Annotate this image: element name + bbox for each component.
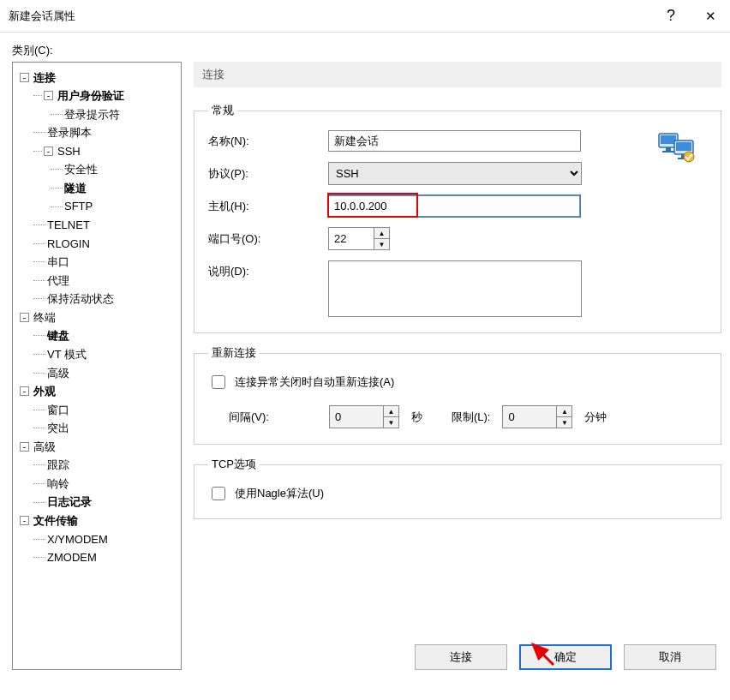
tree-toggle-icon[interactable]: - xyxy=(44,147,53,156)
host-input[interactable] xyxy=(328,195,580,217)
spin-down-icon[interactable]: ▼ xyxy=(557,417,571,428)
tree-node-trace[interactable]: 跟踪 xyxy=(16,456,177,475)
tree-node-xymodem[interactable]: X/YMODEM xyxy=(16,529,177,548)
tree-node-advanced[interactable]: -高级 xyxy=(16,437,177,456)
tree-toggle-icon[interactable]: - xyxy=(20,516,29,525)
svg-rect-2 xyxy=(666,147,671,151)
limit-input[interactable] xyxy=(503,406,556,428)
limit-label: 限制(L): xyxy=(452,410,491,425)
close-button[interactable]: ✕ xyxy=(691,0,730,33)
tree-node-bell[interactable]: 响铃 xyxy=(16,474,177,493)
tree-node-ssh-security[interactable]: 安全性 xyxy=(16,160,177,179)
spin-down-icon[interactable]: ▼ xyxy=(374,239,389,249)
help-button[interactable]: ? xyxy=(651,0,691,33)
connect-button[interactable]: 连接 xyxy=(415,644,507,670)
tree-label: X/YMODEM xyxy=(47,532,108,545)
tree-label: 用户身份验证 xyxy=(57,89,124,102)
tree-node-highlight[interactable]: 突出 xyxy=(16,419,177,438)
tree-node-file-transfer[interactable]: -文件传输 xyxy=(16,512,177,530)
svg-rect-3 xyxy=(662,151,674,153)
tree-node-connection[interactable]: -连接 xyxy=(16,68,177,87)
tree-node-log[interactable]: 日志记录 xyxy=(16,493,177,512)
auto-reconnect-label: 连接异常关闭时自动重新连接(A) xyxy=(235,374,394,390)
host-label: 主机(H): xyxy=(208,199,328,214)
tree-label: 跟踪 xyxy=(47,458,69,471)
tree-node-vt[interactable]: VT 模式 xyxy=(16,344,177,363)
tree-label: 响铃 xyxy=(47,476,69,489)
tree-label: 窗口 xyxy=(47,403,69,416)
description-textarea[interactable] xyxy=(328,260,582,317)
nagle-checkbox[interactable] xyxy=(212,487,225,500)
nagle-label: 使用Nagle算法(U) xyxy=(235,486,324,501)
auto-reconnect-checkbox[interactable] xyxy=(212,375,225,389)
tree-label: 安全性 xyxy=(64,163,98,176)
tree-label: 保持活动状态 xyxy=(47,292,114,305)
interval-input[interactable] xyxy=(330,406,383,428)
tree-label: TELNET xyxy=(47,218,90,231)
panel-heading: 连接 xyxy=(194,62,721,87)
spin-down-icon[interactable]: ▼ xyxy=(384,417,398,428)
tree-node-login-script[interactable]: 登录脚本 xyxy=(16,123,177,142)
tree-node-ssh[interactable]: -SSH xyxy=(16,141,177,160)
tree-node-proxy[interactable]: 代理 xyxy=(16,271,177,290)
tree-node-keepalive[interactable]: 保持活动状态 xyxy=(16,290,177,308)
session-icon xyxy=(657,130,698,167)
reconnect-legend: 重新连接 xyxy=(208,345,260,361)
cancel-button[interactable]: 取消 xyxy=(624,644,716,670)
tree-label: 登录脚本 xyxy=(47,126,92,139)
tree-node-login-prompt[interactable]: 登录提示符 xyxy=(16,105,177,123)
tree-label: 键盘 xyxy=(47,329,69,342)
general-legend: 常规 xyxy=(208,103,237,118)
tree-node-window[interactable]: 窗口 xyxy=(16,400,177,419)
svg-point-8 xyxy=(684,152,694,162)
tree-toggle-icon[interactable]: - xyxy=(20,313,29,322)
spin-up-icon[interactable]: ▲ xyxy=(384,406,398,417)
group-tcp: TCP选项 使用Nagle算法(U) xyxy=(194,457,721,519)
name-label: 名称(N): xyxy=(208,134,328,149)
tree-toggle-icon[interactable]: - xyxy=(20,386,29,396)
tree-label: 串口 xyxy=(47,255,69,268)
port-input[interactable] xyxy=(329,228,374,249)
spin-up-icon[interactable]: ▲ xyxy=(557,406,571,417)
tree-label: 终端 xyxy=(33,310,56,323)
dialog-footer: 连接 确定 取消 xyxy=(194,644,721,670)
desc-label: 说明(D): xyxy=(208,260,328,279)
limit-unit: 分钟 xyxy=(584,410,607,425)
tree-toggle-icon[interactable]: - xyxy=(44,91,53,100)
tree-node-ssh-tunnel[interactable]: 隧道 xyxy=(16,178,177,197)
tree-label: 代理 xyxy=(47,273,69,286)
tree-toggle-icon[interactable]: - xyxy=(20,442,29,452)
tree-node-zmodem[interactable]: ZMODEM xyxy=(16,548,177,567)
interval-label: 间隔(V): xyxy=(229,410,269,425)
window-title: 新建会话属性 xyxy=(9,9,75,24)
tree-label: 隧道 xyxy=(64,181,87,194)
tree-node-terminal[interactable]: -终端 xyxy=(16,308,177,326)
category-tree[interactable]: -连接-用户身份验证登录提示符登录脚本-SSH安全性隧道SFTPTELNETRL… xyxy=(12,62,182,670)
limit-spinner[interactable]: ▲▼ xyxy=(502,405,572,428)
name-input[interactable] xyxy=(328,130,581,152)
interval-spinner[interactable]: ▲▼ xyxy=(329,405,399,428)
tree-label: SSH xyxy=(57,144,81,157)
port-spinner[interactable]: ▲▼ xyxy=(328,227,390,250)
tree-label: SFTP xyxy=(64,200,93,212)
protocol-select[interactable]: SSH xyxy=(328,162,582,185)
protocol-label: 协议(P): xyxy=(208,166,328,182)
tree-toggle-icon[interactable]: - xyxy=(20,73,29,82)
category-label: 类别(C): xyxy=(12,43,721,58)
ok-button[interactable]: 确定 xyxy=(519,644,612,670)
tree-label: 连接 xyxy=(33,70,56,83)
tree-node-rlogin[interactable]: RLOGIN xyxy=(16,234,177,253)
group-general: 常规 名称(N): xyxy=(194,103,721,333)
tree-node-auth[interactable]: -用户身份验证 xyxy=(16,87,177,105)
spin-up-icon[interactable]: ▲ xyxy=(374,228,389,239)
tree-node-keyboard[interactable]: 键盘 xyxy=(16,326,177,345)
tree-node-serial[interactable]: 串口 xyxy=(16,253,177,272)
group-reconnect: 重新连接 连接异常关闭时自动重新连接(A) 间隔(V): ▲▼ 秒 限制(L): xyxy=(194,345,721,445)
tree-node-term-adv[interactable]: 高级 xyxy=(16,363,177,382)
svg-rect-5 xyxy=(676,142,691,151)
tree-node-ssh-sftp[interactable]: SFTP xyxy=(16,197,177,216)
tree-label: 文件传输 xyxy=(33,514,78,527)
tree-label: 外观 xyxy=(33,385,56,398)
tree-node-appearance[interactable]: -外观 xyxy=(16,382,177,401)
tree-node-telnet[interactable]: TELNET xyxy=(16,216,177,235)
